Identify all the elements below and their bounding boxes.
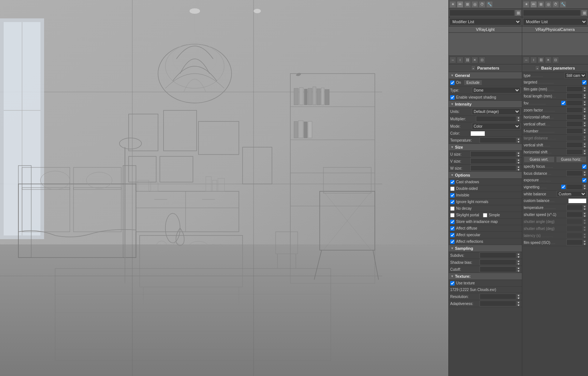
latency-up[interactable]: ▲ xyxy=(583,233,587,235)
zoom-factor-down[interactable]: ▼ xyxy=(583,110,587,113)
enable-viewport-checkbox[interactable] xyxy=(450,95,455,100)
vert-shift-input[interactable]: 0.062 xyxy=(566,142,583,148)
r-circle-icon[interactable]: ◎ xyxy=(545,1,552,8)
w-size-input[interactable]: 10.0cm xyxy=(470,165,516,171)
pencil-toolbar-icon[interactable]: ✏ xyxy=(457,1,463,8)
shutter-angle-up[interactable]: ▲ xyxy=(583,219,587,221)
horiz-shift-input[interactable]: 0.0 xyxy=(566,149,583,155)
latency-input[interactable]: 0.0 xyxy=(566,233,583,238)
targeted-checkbox[interactable] xyxy=(582,80,587,85)
cutoff-up[interactable]: ▲ xyxy=(517,266,520,269)
f-number-down[interactable]: ▼ xyxy=(583,131,587,134)
horiz-offset-input[interactable]: 0.0 xyxy=(566,114,583,120)
camera-modifier-select[interactable]: Modifier List xyxy=(523,18,587,25)
vert-offset-down[interactable]: ▼ xyxy=(583,124,587,127)
invisible-checkbox[interactable] xyxy=(450,193,455,198)
temperature-input[interactable]: 6500.0 xyxy=(480,137,516,143)
type-select[interactable]: Dome xyxy=(472,87,520,93)
motion-icon-1[interactable]: ↔ xyxy=(449,57,456,63)
shadow-bias-down[interactable]: ▼ xyxy=(517,262,520,265)
resolution-down[interactable]: ▼ xyxy=(517,297,520,299)
grid-toolbar-icon[interactable]: ⊞ xyxy=(464,1,471,8)
focal-length-up[interactable]: ▲ xyxy=(583,93,587,96)
custom-balance-swatch[interactable] xyxy=(568,198,587,203)
f-number-input[interactable]: 5.6 xyxy=(566,128,583,134)
cam-temperature-down[interactable]: ▼ xyxy=(583,207,587,210)
mode-select[interactable]: Color xyxy=(472,123,520,130)
u-size-up[interactable]: ▲ xyxy=(517,151,520,154)
vignetting-checkbox[interactable] xyxy=(561,185,566,189)
store-irradiance-checkbox[interactable] xyxy=(450,220,455,224)
camera-name-input[interactable]: living room camera xyxy=(523,10,581,16)
cam-motion-5[interactable]: ⊡ xyxy=(552,57,559,63)
guess-vert-button[interactable]: Guess vert. xyxy=(524,156,555,163)
shutter-offset-up[interactable]: ▲ xyxy=(583,226,587,228)
horiz-shift-down[interactable]: ▼ xyxy=(583,152,587,155)
clock-toolbar-icon[interactable]: ⏱ xyxy=(479,1,485,8)
temperature-up[interactable]: ▲ xyxy=(517,137,520,140)
shutter-speed-up[interactable]: ▲ xyxy=(583,212,587,214)
cam-params-collapse-btn[interactable]: - xyxy=(535,65,539,71)
sampling-section-header[interactable]: ▼ Sampling xyxy=(449,245,522,252)
cam-temperature-input[interactable]: 6500.0 xyxy=(566,205,583,210)
r-grid-icon[interactable]: ⊞ xyxy=(538,1,544,8)
circle-toolbar-icon[interactable]: ◎ xyxy=(472,1,478,8)
r-wrench-icon[interactable]: 🔧 xyxy=(560,1,566,8)
motion-icon-3[interactable]: ⛓ xyxy=(464,57,471,63)
r-sun-icon[interactable]: ☀ xyxy=(523,1,530,8)
sun-toolbar-icon[interactable]: ☀ xyxy=(449,1,456,8)
cam-motion-2[interactable]: I xyxy=(530,57,537,63)
shutter-angle-down[interactable]: ▼ xyxy=(583,221,587,224)
fov-down[interactable]: ▼ xyxy=(583,103,587,106)
target-distance-input[interactable]: 446.864 xyxy=(566,135,583,141)
resolution-input[interactable]: 2048 xyxy=(480,294,516,299)
focus-distance-down[interactable]: ▼ xyxy=(583,173,587,176)
temperature-down[interactable]: ▼ xyxy=(517,140,520,143)
horiz-offset-down[interactable]: ▼ xyxy=(583,117,587,120)
fov-up[interactable]: ▲ xyxy=(583,100,587,103)
shadow-bias-up[interactable]: ▲ xyxy=(517,259,520,262)
cam-temperature-up[interactable]: ▲ xyxy=(583,205,587,207)
film-speed-input[interactable]: 450.0 xyxy=(566,240,583,245)
target-distance-down[interactable]: ▼ xyxy=(583,138,587,141)
intensity-section-header[interactable]: ▼ Intensity xyxy=(449,101,522,108)
shutter-offset-input[interactable]: 0.0 xyxy=(566,226,583,231)
options-section-header[interactable]: ▼ Options xyxy=(449,172,522,179)
affect-diffuse-checkbox[interactable] xyxy=(450,226,455,231)
object-name-input[interactable]: hdr1 1222 sun clouds xyxy=(449,10,514,16)
skylight-portal-checkbox[interactable] xyxy=(450,213,455,217)
fov-checkbox[interactable] xyxy=(561,101,566,105)
cutoff-input[interactable]: 0.001 xyxy=(480,266,516,272)
multiplier-input[interactable]: 2.0 xyxy=(476,116,516,122)
ignore-light-normals-checkbox[interactable] xyxy=(450,200,455,204)
u-size-input[interactable]: 150.0cm xyxy=(470,151,516,157)
adaptiveness-up[interactable]: ▲ xyxy=(517,301,520,304)
exposure-checkbox[interactable] xyxy=(582,178,587,182)
r-clock-icon[interactable]: ⏱ xyxy=(552,1,559,8)
modifier-list-select[interactable]: Modifier List xyxy=(449,18,521,25)
general-section-header[interactable]: ▼ General xyxy=(449,72,522,79)
horiz-shift-up[interactable]: ▲ xyxy=(583,149,587,152)
v-size-up[interactable]: ▲ xyxy=(517,158,520,161)
w-size-down[interactable]: ▼ xyxy=(517,168,520,171)
subdivs-up[interactable]: ▲ xyxy=(517,252,520,255)
multiplier-up[interactable]: ▲ xyxy=(517,116,520,119)
shadow-bias-input[interactable]: 0.02cm xyxy=(480,259,516,265)
resolution-up[interactable]: ▲ xyxy=(517,294,520,297)
focal-length-down[interactable]: ▼ xyxy=(583,96,587,99)
shutter-speed-down[interactable]: ▼ xyxy=(583,214,587,217)
shutter-speed-input[interactable]: 30.0 xyxy=(566,212,583,217)
affect-specular-checkbox[interactable] xyxy=(450,233,455,237)
latency-down[interactable]: ▼ xyxy=(583,235,587,238)
white-balance-select[interactable]: Custom xyxy=(557,191,587,197)
adaptiveness-input[interactable]: 1.0 xyxy=(480,301,516,306)
specify-focus-checkbox[interactable] xyxy=(582,164,587,169)
motion-icon-4[interactable]: ✕ xyxy=(472,57,478,63)
double-sided-checkbox[interactable] xyxy=(450,187,455,191)
film-speed-down[interactable]: ▼ xyxy=(583,242,587,245)
v-size-down[interactable]: ▼ xyxy=(517,161,520,164)
shutter-angle-input[interactable]: 180.0 xyxy=(566,219,583,224)
units-select[interactable]: Default (image) xyxy=(472,108,520,115)
motion-icon-5[interactable]: ⊡ xyxy=(479,57,485,63)
size-section-header[interactable]: ▼ Size xyxy=(449,144,522,151)
